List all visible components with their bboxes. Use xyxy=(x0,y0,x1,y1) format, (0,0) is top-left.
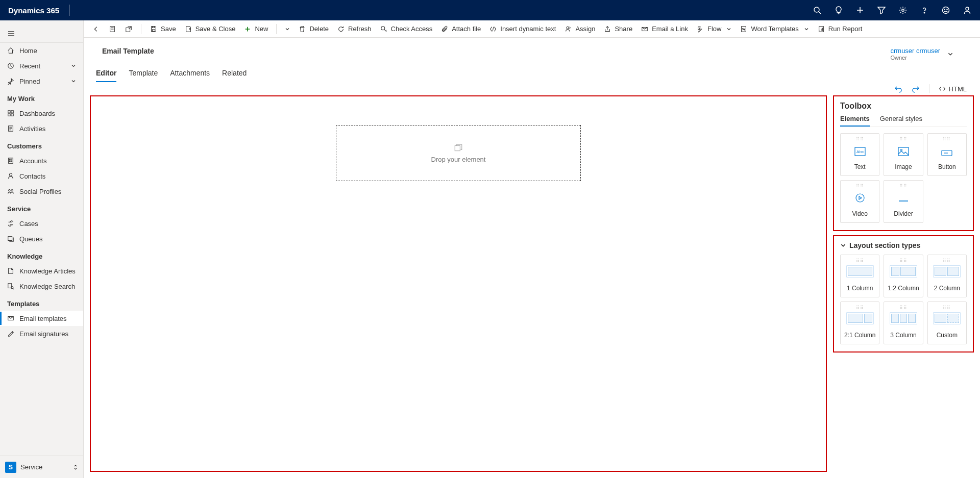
section-customers: Customers xyxy=(0,136,83,153)
owner-label: Owner xyxy=(890,55,940,61)
person-icon[interactable] xyxy=(963,6,972,15)
record-title: Email Template xyxy=(102,47,154,55)
save-button[interactable]: Save xyxy=(145,21,180,37)
svg-rect-16 xyxy=(8,114,10,116)
add-icon[interactable] xyxy=(855,6,865,15)
nav-email-signatures[interactable]: Email signatures xyxy=(0,326,83,341)
nav-label: Contacts xyxy=(19,172,45,180)
section-service: Service xyxy=(0,199,83,216)
check-access-button[interactable]: Check Access xyxy=(376,21,437,37)
new-dropdown[interactable] xyxy=(281,21,294,37)
nav-ksearch[interactable]: Knowledge Search xyxy=(0,279,83,294)
filter-icon[interactable] xyxy=(877,6,886,15)
drop-zone[interactable]: Drop your element xyxy=(336,125,581,181)
tab-template[interactable]: Template xyxy=(129,69,158,82)
form-tabs: Editor Template Attachments Related xyxy=(84,61,980,82)
run-report-button[interactable]: Run Report xyxy=(813,21,866,37)
layout-custom[interactable]: ⠿⠿Custom xyxy=(927,301,967,344)
nav-label: Knowledge Search xyxy=(19,283,75,290)
svg-point-27 xyxy=(9,173,12,176)
nav-social[interactable]: Social Profiles xyxy=(0,184,83,199)
layout-1-2col[interactable]: ⠿⠿1:2 Column xyxy=(884,255,923,297)
save-close-button[interactable]: Save & Close xyxy=(180,21,240,37)
nav-pinned[interactable]: Pinned xyxy=(0,73,83,89)
sidebar: Home Recent Pinned My Work Dashboards Ac… xyxy=(0,20,84,478)
area-label: Service xyxy=(20,463,42,471)
search-icon[interactable] xyxy=(813,6,822,15)
redo-button[interactable] xyxy=(912,85,920,93)
new-button[interactable]: New xyxy=(239,21,272,37)
toolbox-title: Toolbox xyxy=(840,102,967,111)
tool-image[interactable]: ⠿⠿Image xyxy=(884,133,923,176)
svg-rect-23 xyxy=(9,159,10,160)
toolbox-tab-styles[interactable]: General styles xyxy=(880,115,922,127)
svg-point-9 xyxy=(966,7,969,10)
layout-2col[interactable]: ⠿⠿2 Column xyxy=(927,255,967,297)
nav-home[interactable]: Home xyxy=(0,43,83,58)
layout-3col[interactable]: ⠿⠿3 Column xyxy=(884,301,923,344)
owner-block[interactable]: crmuser crmuser Owner xyxy=(890,47,953,61)
layout-2-1col[interactable]: ⠿⠿2:1 Column xyxy=(840,301,879,344)
tool-divider[interactable]: ⠿⠿Divider xyxy=(884,180,923,223)
email-link-button[interactable]: Email a Link xyxy=(636,21,692,37)
tool-button[interactable]: ⠿⠿Button xyxy=(927,133,967,176)
svg-rect-51 xyxy=(898,147,909,156)
nav-label: Queues xyxy=(19,235,43,243)
flow-button[interactable]: Flow xyxy=(692,21,736,37)
svg-point-8 xyxy=(947,9,947,10)
smiley-icon[interactable] xyxy=(941,6,950,15)
sidebar-toggle[interactable] xyxy=(0,24,83,43)
word-templates-button[interactable]: Word Templates xyxy=(736,21,813,37)
svg-point-44 xyxy=(567,27,569,29)
nav-cases[interactable]: Cases xyxy=(0,216,83,231)
tab-related[interactable]: Related xyxy=(222,69,247,82)
delete-button[interactable]: Delete xyxy=(294,21,333,37)
svg-rect-15 xyxy=(11,111,13,113)
lightbulb-icon[interactable] xyxy=(834,6,843,15)
undo-button[interactable] xyxy=(894,85,902,93)
back-button[interactable] xyxy=(88,21,104,37)
tool-video[interactable]: ⠿⠿Video xyxy=(840,180,879,223)
layout-panel: Layout section types ⠿⠿1 Column ⠿⠿1:2 Co… xyxy=(833,235,974,353)
svg-rect-17 xyxy=(11,114,13,116)
attach-file-button[interactable]: Attach file xyxy=(436,21,485,37)
assign-button[interactable]: Assign xyxy=(560,21,599,37)
chevron-down-icon[interactable] xyxy=(71,63,76,68)
tab-editor[interactable]: Editor xyxy=(96,69,116,82)
panel-icon[interactable] xyxy=(104,21,120,37)
chevron-down-icon[interactable] xyxy=(947,51,953,57)
layout-1col[interactable]: ⠿⠿1 Column xyxy=(840,255,879,297)
nav-label: Home xyxy=(19,47,37,55)
insert-dynamic-button[interactable]: Insert dynamic text xyxy=(485,21,560,37)
tab-attachments[interactable]: Attachments xyxy=(170,69,210,82)
tool-text[interactable]: ⠿⠿AbcText xyxy=(840,133,879,176)
section-templates: Templates xyxy=(0,294,83,311)
nav-karticles[interactable]: Knowledge Articles xyxy=(0,263,83,279)
toolbox-tab-elements[interactable]: Elements xyxy=(840,115,870,127)
nav-dashboards[interactable]: Dashboards xyxy=(0,106,83,121)
nav-label: Social Profiles xyxy=(19,188,61,195)
nav-label: Email templates xyxy=(19,315,66,322)
chevron-down-icon[interactable] xyxy=(71,79,76,84)
share-button[interactable]: Share xyxy=(599,21,636,37)
refresh-button[interactable]: Refresh xyxy=(333,21,376,37)
chevron-down-icon[interactable] xyxy=(840,242,846,248)
svg-point-6 xyxy=(943,7,949,14)
area-switcher[interactable]: S Service xyxy=(0,456,83,478)
popout-icon[interactable] xyxy=(120,21,137,37)
svg-point-28 xyxy=(9,190,11,192)
help-icon[interactable] xyxy=(920,6,929,15)
design-canvas[interactable]: Drop your element xyxy=(90,95,827,472)
svg-point-29 xyxy=(11,190,13,192)
nav-accounts[interactable]: Accounts xyxy=(0,153,83,168)
svg-rect-26 xyxy=(11,161,12,162)
nav-contacts[interactable]: Contacts xyxy=(0,168,83,184)
html-button[interactable]: HTML xyxy=(939,85,967,93)
nav-queues[interactable]: Queues xyxy=(0,231,83,246)
nav-email-templates[interactable]: Email templates xyxy=(0,311,83,326)
gear-icon[interactable] xyxy=(898,6,908,15)
toolbox-panel: Toolbox Elements General styles ⠿⠿AbcTex… xyxy=(833,95,974,231)
nav-recent[interactable]: Recent xyxy=(0,58,83,73)
drop-text: Drop your element xyxy=(431,156,486,163)
nav-activities[interactable]: Activities xyxy=(0,121,83,136)
